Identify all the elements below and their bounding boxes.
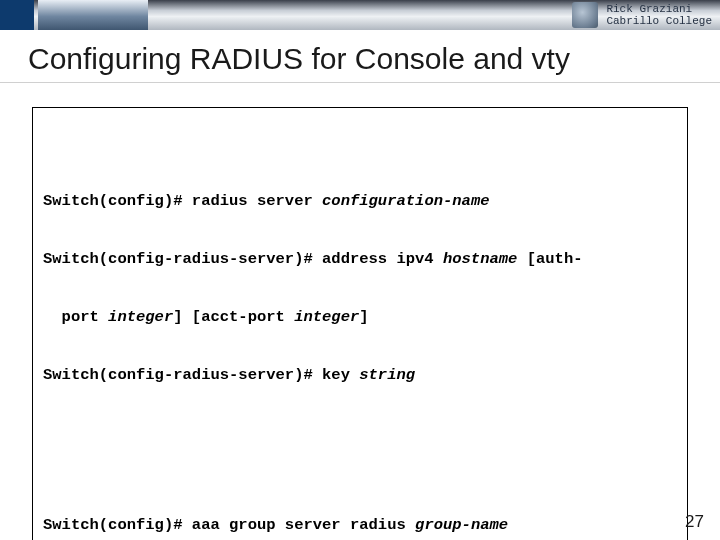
author-line2: Cabrillo College <box>606 15 712 27</box>
title-area: Configuring RADIUS for Console and vty <box>0 30 720 83</box>
content: Switch(config)# radius server configurat… <box>0 83 720 540</box>
cli-code-box: Switch(config)# radius server configurat… <box>32 107 688 540</box>
globe-icon <box>572 2 598 28</box>
header-bar: Rick Graziani Cabrillo College <box>0 0 720 30</box>
code-line: Switch(config-radius-server)# address ip… <box>43 250 677 269</box>
header-accent-block <box>0 0 34 30</box>
page-number: 27 <box>685 512 704 532</box>
author-line1: Rick Graziani <box>606 3 712 15</box>
header-artwork <box>38 0 148 30</box>
code-block-1: Switch(config)# radius server configurat… <box>43 153 677 424</box>
code-line: Switch(config)# aaa group server radius … <box>43 516 677 535</box>
page-title: Configuring RADIUS for Console and vty <box>28 42 692 76</box>
code-line-wrap: port integer] [acct-port integer] <box>43 308 677 327</box>
code-line: Switch(config)# radius server configurat… <box>43 192 677 211</box>
author-text: Rick Graziani Cabrillo College <box>606 3 712 27</box>
code-block-2: Switch(config)# aaa group server radius … <box>43 477 677 540</box>
code-line: Switch(config-radius-server)# key string <box>43 366 677 385</box>
header-author: Rick Graziani Cabrillo College <box>572 0 720 30</box>
